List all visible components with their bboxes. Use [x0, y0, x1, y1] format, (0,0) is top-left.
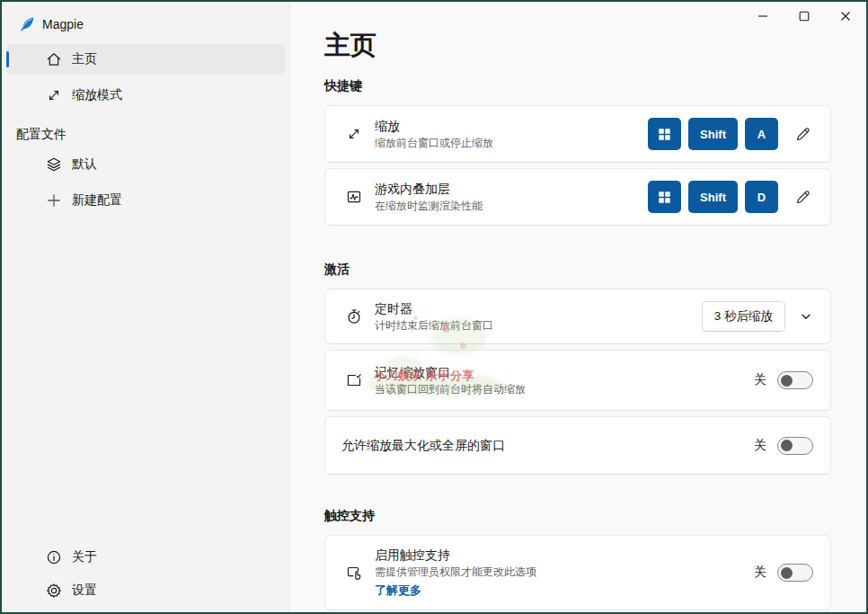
timer-title: 定时器 [375, 300, 702, 317]
windows-key [648, 181, 681, 213]
shortcut-zoom-text: 缩放 缩放前台窗口或停止缩放 [375, 118, 648, 151]
window-controls [742, 2, 866, 30]
sidebar-item-scaling-modes-label: 缩放模式 [72, 87, 122, 103]
remember-window-subtitle: 当该窗口回到前台时将自动缩放 [375, 382, 754, 397]
shortcut-overlay-title: 游戏内叠加层 [375, 181, 648, 198]
home-icon [45, 50, 63, 68]
shortcut-overlay-keys: Shift D [648, 181, 778, 213]
windows-key [648, 118, 681, 150]
allow-maximized-title: 允许缩放最大化或全屏的窗口 [341, 437, 754, 454]
timer-subtitle: 计时结束后缩放前台窗口 [375, 318, 702, 334]
profiles-section-header: 配置文件 [2, 113, 289, 147]
shortcut-card-overlay: 游戏内叠加层 在缩放时监测渲染性能 Shift D [324, 168, 831, 226]
info-circle-icon [45, 548, 63, 566]
shortcuts-section-header: 快捷键 [324, 78, 831, 94]
close-button[interactable] [825, 2, 866, 30]
touch-hand-icon [345, 564, 363, 582]
timer-delay-value: 3 秒后缩放 [714, 308, 773, 325]
toggle-state-label: 关 [754, 372, 766, 388]
toggle-knob [781, 440, 793, 451]
sidebar-item-new-profile-label: 新建配置 [72, 192, 122, 209]
sidebar: Magpie 主页 缩放模式 配置文件 [2, 2, 289, 612]
touch-support-title: 启用触控支持 [375, 547, 754, 564]
shift-key: Shift [688, 181, 738, 213]
remember-window-toggle[interactable] [777, 371, 813, 389]
shortcut-zoom-subtitle: 缩放前台窗口或停止缩放 [375, 136, 648, 151]
allow-maximized-toggle[interactable] [777, 437, 813, 455]
sidebar-item-new-profile[interactable]: 新建配置 [6, 185, 285, 216]
timer-delay-dropdown[interactable]: 3 秒后缩放 [702, 301, 785, 332]
toggle-state-label: 关 [754, 438, 766, 454]
sidebar-item-about-label: 关于 [72, 549, 97, 565]
window-check-icon [345, 371, 363, 389]
touch-support-card: 启用触控支持 需提供管理员权限才能更改此选项 了解更多 关 [324, 535, 831, 610]
activation-cards: 定时器 计时结束后缩放前台窗口 3 秒后缩放 [324, 289, 831, 475]
touch-support-subtitle: 需提供管理员权限才能更改此选项 [375, 565, 754, 580]
remember-window-toggle-row: 关 [754, 371, 813, 389]
learn-more-link[interactable]: 了解更多 [375, 583, 754, 599]
stopwatch-icon [345, 307, 363, 325]
performance-overlay-icon [345, 188, 363, 206]
remember-window-card: 记忆缩放窗口 当该窗口回到前台时将自动缩放 关 [324, 350, 831, 411]
magpie-window: Magpie 主页 缩放模式 配置文件 [0, 0, 868, 614]
app-logo-row: Magpie [2, 2, 289, 41]
maximize-button[interactable] [784, 2, 825, 30]
main-content: 主页 快捷键 缩放 缩放前台窗口或停止缩放 Shift [289, 2, 866, 612]
remember-window-title: 记忆缩放窗口 [375, 364, 754, 381]
timer-text: 定时器 计时结束后缩放前台窗口 [375, 300, 702, 334]
layers-stack-icon [45, 156, 63, 174]
sidebar-item-scaling-modes[interactable]: 缩放模式 [6, 80, 285, 111]
shortcut-overlay-subtitle: 在缩放时监测渲染性能 [375, 199, 648, 214]
letter-key: D [745, 181, 778, 213]
plus-icon [45, 191, 63, 209]
letter-key: A [745, 118, 778, 150]
sidebar-footer: 关于 设置 [2, 539, 289, 612]
shift-key: Shift [688, 118, 738, 150]
allow-maximized-toggle-row: 关 [754, 437, 813, 455]
shortcut-overlay-text: 游戏内叠加层 在缩放时监测渲染性能 [375, 181, 648, 214]
activation-section-header: 激活 [324, 262, 831, 278]
app-name: Magpie [42, 17, 84, 31]
gear-icon [45, 582, 63, 600]
touch-section-header: 触控支持 [324, 508, 831, 524]
sidebar-item-home[interactable]: 主页 [6, 44, 285, 75]
magpie-feather-logo-icon [18, 15, 36, 33]
touch-support-toggle-row: 关 [754, 564, 813, 582]
toggle-state-label: 关 [754, 565, 766, 581]
resize-diagonal-icon [45, 86, 63, 104]
shortcut-zoom-keys: Shift A [648, 118, 778, 150]
chevron-down-icon[interactable] [799, 309, 813, 324]
touch-cards: 启用触控支持 需提供管理员权限才能更改此选项 了解更多 关 [324, 535, 831, 610]
sidebar-item-default-profile[interactable]: 默认 [6, 149, 285, 180]
allow-maximized-text: 允许缩放最大化或全屏的窗口 [341, 437, 754, 454]
allow-maximized-card: 允许缩放最大化或全屏的窗口 关 [324, 416, 831, 475]
sidebar-item-home-label: 主页 [72, 51, 97, 67]
toggle-knob [781, 567, 793, 579]
resize-diagonal-icon [345, 125, 363, 143]
timer-card: 定时器 计时结束后缩放前台窗口 3 秒后缩放 [324, 289, 831, 344]
shortcut-card-zoom: 缩放 缩放前台窗口或停止缩放 Shift A [324, 105, 831, 163]
touch-support-text: 启用触控支持 需提供管理员权限才能更改此选项 了解更多 [375, 547, 754, 599]
shortcut-zoom-title: 缩放 [375, 118, 648, 135]
sidebar-spacer [2, 218, 289, 539]
page-title: 主页 [324, 29, 831, 61]
remember-window-text: 记忆缩放窗口 当该窗口回到前台时将自动缩放 [375, 364, 754, 397]
minimize-button[interactable] [742, 2, 784, 30]
sidebar-item-default-profile-label: 默认 [72, 156, 97, 173]
edit-shortcut-button[interactable] [793, 124, 813, 144]
sidebar-item-settings[interactable]: 设置 [6, 575, 285, 606]
edit-shortcut-button[interactable] [793, 187, 813, 207]
toggle-knob [781, 375, 793, 387]
sidebar-item-about[interactable]: 关于 [6, 542, 285, 573]
shortcuts-cards: 缩放 缩放前台窗口或停止缩放 Shift A [324, 105, 831, 226]
touch-support-toggle[interactable] [777, 564, 813, 582]
sidebar-item-settings-label: 设置 [72, 583, 97, 599]
